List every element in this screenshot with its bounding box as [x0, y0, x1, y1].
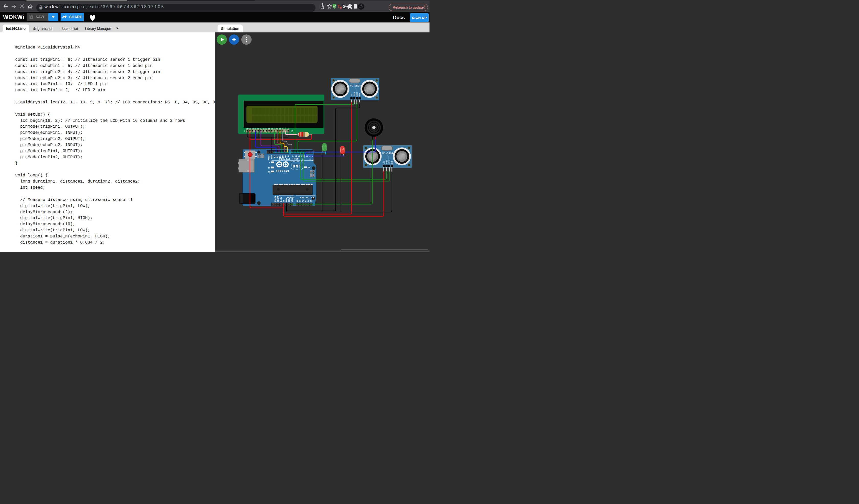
svg-text:ARDUINO: ARDUINO	[275, 170, 289, 173]
svg-text:A0: A0	[296, 200, 299, 203]
svg-text:D3: D3	[271, 127, 273, 129]
svg-text:ANALOG IN: ANALOG IN	[300, 196, 314, 199]
svg-text:GND: GND	[288, 199, 291, 203]
svg-text:RESET: RESET	[277, 195, 280, 202]
svg-text:RX: RX	[268, 171, 270, 173]
svg-text:VDD: VDD	[248, 127, 251, 129]
svg-text:RS: RS	[255, 127, 256, 129]
svg-text:K: K	[288, 127, 289, 129]
svg-text:D1: D1	[265, 127, 267, 129]
svg-text:1: 1	[244, 130, 245, 133]
svg-text:7: 7	[292, 155, 295, 157]
svg-text:IOREF: IOREF	[274, 195, 277, 202]
svg-text:DIGITAL (PWM ~): DIGITAL (PWM ~)	[279, 158, 303, 160]
svg-text:D6: D6	[279, 127, 281, 129]
svg-text:VSS: VSS	[246, 127, 249, 129]
svg-text:E: E	[260, 127, 261, 129]
svg-text:UNO: UNO	[292, 164, 301, 169]
svg-text:D4: D4	[273, 127, 275, 129]
svg-text:3.3V: 3.3V	[280, 197, 283, 203]
svg-text:A3: A3	[304, 200, 307, 203]
svg-text:A1: A1	[299, 200, 302, 203]
svg-text:D0: D0	[263, 127, 265, 129]
svg-text:RW: RW	[257, 127, 259, 129]
svg-text:AREF: AREF	[268, 155, 270, 160]
svg-text:RX←0: RX←0	[312, 156, 314, 161]
svg-text:D5: D5	[276, 127, 278, 129]
svg-text:A2: A2	[302, 200, 304, 203]
svg-text:D7: D7	[282, 127, 284, 129]
svg-text:12: 12	[276, 155, 279, 158]
svg-text:8: 8	[287, 155, 290, 157]
svg-text:A: A	[285, 127, 286, 129]
svg-text:5V: 5V	[283, 200, 285, 202]
svg-text:V0: V0	[252, 127, 254, 129]
svg-text:13: 13	[273, 155, 276, 158]
svg-text:GND: GND	[271, 155, 273, 159]
svg-text:A5: A5	[310, 200, 313, 203]
svg-text:Vin: Vin	[291, 199, 293, 203]
svg-text:TX→1: TX→1	[309, 156, 311, 161]
svg-text:ON: ON	[308, 167, 310, 169]
svg-text:L: L	[269, 162, 270, 164]
svg-text:16: 16	[291, 130, 293, 133]
svg-text:D2: D2	[268, 127, 270, 129]
svg-text:TX: TX	[268, 167, 270, 169]
svg-text:A4: A4	[307, 200, 310, 202]
svg-text:GND: GND	[285, 199, 288, 203]
